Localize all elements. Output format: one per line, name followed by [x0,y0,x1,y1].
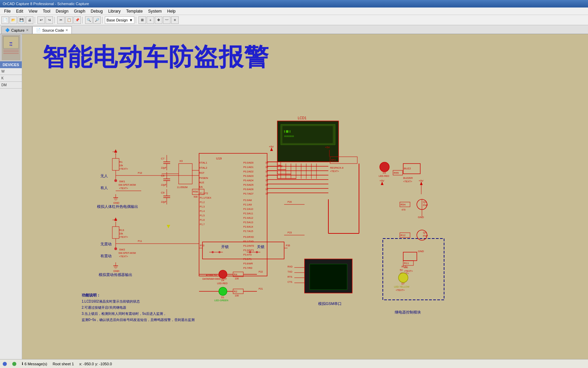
svg-text:100: 100 [404,266,408,269]
svg-text:22pF: 22pF [161,184,166,186]
svg-text:P1.3: P1.3 [200,205,205,208]
menu-edit[interactable]: Edit [13,8,26,14]
toolbar-new[interactable]: 📄 [1,16,9,24]
toolbar-zoom-in[interactable]: 🔍 [85,16,93,24]
svg-text:GND: GND [113,201,119,204]
schematic-canvas: 智能电动车防盗报警 U19 XTAL1 XTAL2 RST P#SEN ALE … [22,34,588,359]
svg-text:GND: GND [418,216,424,219]
toolbar-print[interactable]: 🖨 [26,16,33,24]
svg-rect-184 [310,264,347,290]
svg-text:10k: 10k [119,232,123,235]
svg-text:P1.4: P1.4 [200,210,205,212]
tab-capture-close[interactable]: ✕ [26,28,29,32]
svg-point-117 [114,179,117,182]
toolbar-zoom-out[interactable]: 🔎 [93,16,101,24]
toolbar-grid[interactable]: ⊞ [138,16,146,24]
menu-design[interactable]: Design [53,8,71,14]
window-title: OrCAD Capture 8 Professional - Schematic… [3,2,89,6]
toolbar-paste[interactable]: 📌 [74,16,81,24]
label-pir-output: 模拟人体红外热电偶输出 [97,204,138,209]
menu-debug[interactable]: Debug [88,8,105,14]
svg-point-154 [212,251,214,253]
menu-library[interactable]: Library [105,8,124,14]
svg-text:P0.0/AD0: P0.0/AD0 [243,162,254,164]
svg-text:P1.5: P1.5 [200,214,205,217]
svg-text:C9: C9 [161,191,165,194]
svg-text:SW-SPDT-MOM: SW-SPDT-MOM [118,252,136,254]
svg-text:<TEXT>: <TEXT> [404,270,413,272]
svg-text:10k: 10k [119,164,123,167]
svg-text:P35: P35 [286,244,290,247]
svg-text:SW1: SW1 [119,180,125,183]
svg-text:R55: R55 [394,171,399,174]
svg-text:P0.2/AD2: P0.2/AD2 [243,170,254,173]
svg-text:P#SEN: P#SEN [199,177,208,180]
svg-text:<TEXT>: <TEXT> [330,170,339,172]
svg-text:P0.5/AD5: P0.5/AD5 [243,184,254,186]
menu-view[interactable]: View [26,8,40,14]
svg-text:P1.7: P1.7 [200,223,205,226]
svg-text:88888888: 88888888 [284,135,294,137]
label-has-person: 有人 [100,186,108,190]
svg-text:RTS: RTS [288,276,292,278]
svg-text:+5V: +5V [269,145,274,148]
svg-text:R11: R11 [404,262,409,265]
svg-text:LED-GREEN: LED-GREEN [214,299,228,302]
svg-text:P3.1/TXD: P3.1/TXD [243,240,254,243]
label-has-vibration: 有震动 [100,254,112,258]
tab-capture[interactable]: 🔷 Capture ✕ [1,26,32,34]
menu-tool[interactable]: Tool [40,8,53,14]
menu-graph[interactable]: Graph [71,8,88,14]
svg-rect-133 [112,227,119,239]
label-gsm: 模拟GSM串口 [318,302,342,306]
svg-text:R13: R13 [119,229,124,232]
devices-label: DEVICES [0,61,22,68]
svg-text:EA: EA [199,185,203,188]
label-close-lock: 关锁 [257,245,264,249]
svg-point-158 [256,251,258,253]
svg-text:D1: D1 [221,296,224,298]
toolbar-open[interactable]: 📂 [10,16,17,24]
svg-text:P3.6/WR: P3.6/WR [243,262,253,265]
svg-text:+5V: +5V [379,179,385,182]
annotation-line3: 3.当上锁后，检测到有人同时有震动时，5s后进入监测， [82,312,166,316]
toolbar-move[interactable]: ✥ [155,16,162,24]
menu-system[interactable]: System [145,8,164,14]
svg-text:<TEXT>: <TEXT> [396,289,405,291]
toolbar-redo[interactable]: ↪ [46,16,53,24]
svg-text:XTAL1: XTAL1 [199,161,207,164]
toolbar-add[interactable]: ＋ [147,16,154,24]
toolbar-design-dropdown[interactable]: Base Design ▼ [105,16,134,24]
svg-text:100: 100 [235,294,239,297]
svg-text:R12: R12 [401,234,406,237]
svg-text:P2.2/A10: P2.2/A10 [243,208,253,210]
menu-template[interactable]: Template [124,8,146,14]
toolbar-save[interactable]: 💾 [18,16,25,24]
svg-point-231 [398,273,408,282]
svg-text:R1: R1 [119,160,123,164]
svg-text:P33: P33 [200,244,205,247]
toolbar-cut[interactable]: ✂ [57,16,65,24]
tab-source-code[interactable]: 📄 Source Code ✕ [32,26,72,34]
status-bar: ℹ 6 Message(s) Root sheet 1 x: -950.0 y:… [0,359,588,368]
svg-text:<TEXT>: <TEXT> [119,187,128,189]
svg-point-155 [218,251,220,253]
svg-text:470: 470 [402,209,406,211]
toolbar-wire[interactable]: 〰 [163,16,170,24]
annotation-line2: 2.可通过按键开启/关闭继电器 [82,306,126,309]
svg-text:P2.5/A13: P2.5/A13 [243,221,253,224]
svg-point-163 [219,270,227,278]
svg-text:P21: P21 [259,288,263,290]
svg-text:5V: 5V [400,269,403,271]
svg-text:<TEXT>: <TEXT> [403,180,412,183]
label-vibration-output: 模拟震动传感器输出 [99,273,132,277]
svg-rect-105 [179,164,192,184]
toolbar-undo[interactable]: ↩ [37,16,45,24]
svg-text:GND: GND [113,270,119,273]
menu-help[interactable]: Help [164,8,178,14]
toolbar-copy[interactable]: 📋 [65,16,73,24]
tab-source-close[interactable]: ✕ [65,28,68,32]
tab-capture-icon: 🔷 [5,28,10,32]
menu-file[interactable]: File [1,8,13,14]
toolbar-bus[interactable]: ≡ [171,16,179,24]
